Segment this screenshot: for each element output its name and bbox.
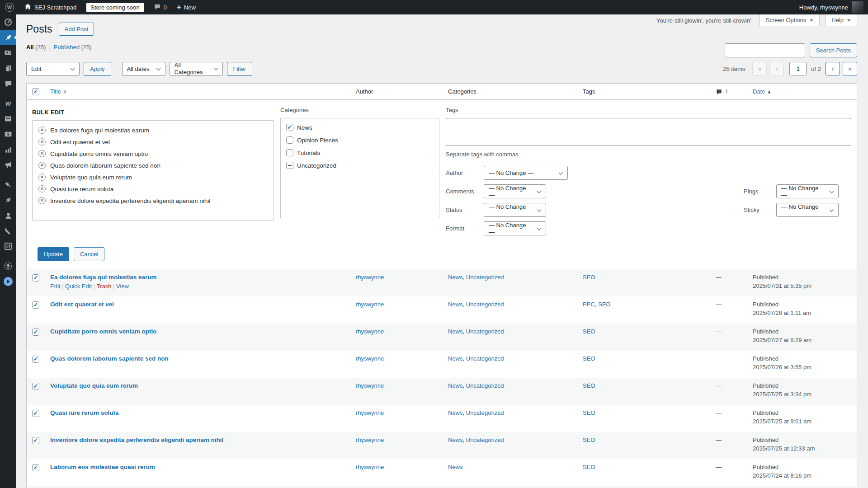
- post-title-link[interactable]: Odit est quaerat et vel: [50, 301, 114, 308]
- post-title-link[interactable]: Cupiditate porro omnis veniam optio: [50, 328, 157, 335]
- search-posts-button[interactable]: Search Posts: [810, 43, 857, 57]
- menu-media[interactable]: [0, 45, 16, 61]
- menu-analytics[interactable]: [0, 142, 16, 157]
- menu-monetization[interactable]: $: [0, 127, 16, 142]
- row-checkbox[interactable]: [32, 274, 39, 282]
- row-checkbox[interactable]: [32, 328, 39, 336]
- row-checkbox[interactable]: [32, 383, 39, 390]
- last-page-button[interactable]: »: [843, 62, 857, 75]
- author-link[interactable]: rhyswynne: [356, 382, 384, 389]
- bulk-status-select[interactable]: — No Change —: [484, 203, 546, 217]
- tag-link[interactable]: SEO: [583, 355, 595, 362]
- filter-button[interactable]: Filter: [227, 62, 253, 76]
- menu-appearance-tools[interactable]: [0, 177, 16, 192]
- author-link[interactable]: rhyswynne: [356, 464, 384, 470]
- category-link[interactable]: News: [448, 355, 463, 362]
- row-checkbox[interactable]: [32, 410, 39, 417]
- row-checkbox[interactable]: [32, 437, 39, 444]
- menu-archive[interactable]: [0, 111, 16, 127]
- post-title-link[interactable]: Quasi iure rerum soluta: [50, 409, 119, 416]
- menu-accessibility[interactable]: [0, 258, 16, 274]
- menu-marketing[interactable]: [0, 157, 16, 173]
- category-link[interactable]: News: [448, 301, 463, 308]
- remove-post-icon[interactable]: ✕: [38, 150, 46, 157]
- category-link[interactable]: News: [448, 328, 463, 335]
- new-content-button[interactable]: + New: [172, 0, 201, 14]
- tag-link[interactable]: SEO: [583, 328, 595, 335]
- bulk-tags-textarea[interactable]: [446, 118, 851, 146]
- howdy-account-link[interactable]: Howdy, rhyswynne: [799, 4, 848, 11]
- current-page-input[interactable]: [789, 62, 807, 75]
- tag-link[interactable]: PPC: [583, 301, 595, 308]
- remove-post-icon[interactable]: ✕: [38, 138, 46, 145]
- menu-users[interactable]: [0, 208, 16, 223]
- categories-filter-select[interactable]: All Categories: [170, 62, 223, 76]
- category-checkbox[interactable]: [286, 162, 293, 169]
- remove-post-icon[interactable]: ✕: [38, 185, 46, 192]
- remove-post-icon[interactable]: ✕: [38, 162, 46, 169]
- bulk-pings-select[interactable]: — No Change —: [776, 184, 839, 198]
- sort-comments-header[interactable]: [716, 88, 722, 94]
- store-coming-soon-badge[interactable]: Store coming soon: [81, 0, 148, 14]
- author-link[interactable]: rhyswynne: [356, 301, 384, 308]
- remove-post-icon[interactable]: ✕: [38, 127, 46, 134]
- menu-collapse[interactable]: [0, 274, 16, 289]
- row-action-quick-edit[interactable]: Quick Edit: [65, 283, 92, 290]
- bulk-action-select[interactable]: Edit: [26, 62, 80, 76]
- tag-link[interactable]: SEO: [583, 409, 595, 416]
- author-link[interactable]: rhyswynne: [356, 355, 384, 362]
- category-checkbox[interactable]: [286, 136, 293, 144]
- menu-dashboard[interactable]: [0, 14, 16, 30]
- category-checkbox[interactable]: [286, 124, 293, 131]
- tag-link[interactable]: SEO: [598, 301, 610, 308]
- search-input[interactable]: [725, 43, 805, 57]
- wordpress-logo-icon[interactable]: W: [0, 0, 19, 14]
- select-all-checkbox[interactable]: [32, 88, 39, 95]
- tag-link[interactable]: SEO: [583, 464, 595, 470]
- post-title-link[interactable]: Ea dolores fuga qui molestias earum: [50, 274, 157, 281]
- category-link[interactable]: Uncategorized: [466, 328, 504, 335]
- author-link[interactable]: rhyswynne: [356, 409, 384, 416]
- comments-bubble[interactable]: 0: [149, 0, 172, 14]
- category-link[interactable]: News: [448, 382, 463, 389]
- author-link[interactable]: rhyswynne: [356, 328, 384, 335]
- add-post-button[interactable]: Add Post: [59, 23, 94, 36]
- menu-pages[interactable]: [0, 61, 16, 76]
- bulk-author-select[interactable]: — No Change —: [484, 166, 568, 180]
- apply-button[interactable]: Apply: [84, 62, 111, 76]
- author-link[interactable]: rhyswynne: [356, 274, 384, 281]
- category-link[interactable]: Uncategorized: [466, 301, 504, 308]
- category-checkbox[interactable]: [286, 149, 293, 156]
- bulk-update-button[interactable]: Update: [38, 247, 69, 261]
- tag-link[interactable]: SEO: [583, 274, 595, 281]
- author-link[interactable]: rhyswynne: [356, 436, 384, 443]
- row-checkbox[interactable]: [32, 464, 39, 471]
- category-link[interactable]: Uncategorized: [466, 274, 504, 281]
- view-published-link[interactable]: Published: [54, 44, 80, 51]
- post-title-link[interactable]: Voluptate quo quia eum rerum: [50, 382, 138, 389]
- row-action-view[interactable]: View: [116, 283, 129, 290]
- menu-plugins[interactable]: [0, 192, 16, 208]
- menu-tools[interactable]: [0, 223, 16, 239]
- bulk-format-select[interactable]: — No Change —: [484, 221, 546, 235]
- bulk-comments-select[interactable]: — No Change —: [484, 184, 546, 198]
- post-title-link[interactable]: Quas dolorem laborum sapiente sed non: [50, 355, 169, 362]
- tag-link[interactable]: SEO: [583, 382, 595, 389]
- bulk-sticky-select[interactable]: — No Change —: [776, 203, 839, 217]
- view-all-link[interactable]: All: [26, 44, 34, 51]
- row-action-edit[interactable]: Edit: [50, 283, 60, 290]
- row-checkbox[interactable]: [32, 301, 39, 309]
- category-link[interactable]: News: [448, 274, 463, 281]
- category-link[interactable]: Uncategorized: [466, 409, 504, 416]
- category-link[interactable]: Uncategorized: [466, 382, 504, 389]
- sort-title-header[interactable]: Title: [50, 88, 61, 95]
- remove-post-icon[interactable]: ✕: [38, 174, 46, 181]
- avatar[interactable]: [852, 1, 863, 13]
- category-link[interactable]: News: [448, 409, 463, 416]
- tag-link[interactable]: SEO: [583, 436, 595, 443]
- bulk-cancel-button[interactable]: Cancel: [74, 247, 104, 261]
- remove-post-icon[interactable]: ✕: [38, 197, 46, 204]
- site-name-link[interactable]: SEJ Scratchpad: [19, 0, 81, 14]
- row-checkbox[interactable]: [32, 356, 39, 363]
- menu-posts[interactable]: [0, 30, 16, 45]
